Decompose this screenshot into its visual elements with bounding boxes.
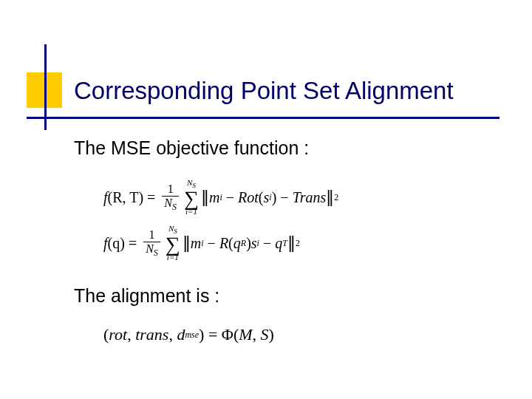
eq2-qT-sub: T [282,238,287,249]
paren-close-icon: ) [246,235,251,252]
norm-close-icon: ‖ [326,188,334,207]
title-underline [27,117,499,119]
eq2-eq-sign: = [125,235,140,252]
eq1-fraction: 1 NS [162,183,179,211]
eq1-trans: Trans [293,189,327,206]
norm-close-icon: ‖ [287,233,296,253]
paren-close-icon: ) [199,325,204,344]
slide: Corresponding Point Set Alignment The MS… [0,0,532,399]
eq2-frac-den: NS [143,242,160,257]
comma-icon: , [168,325,177,344]
eq3-S: S [261,325,269,344]
eq1-args: (R, T) [108,189,144,206]
norm-open-icon: ‖ [201,188,209,207]
eq2-qR-q: q [233,235,241,252]
body-text-1: The MSE objective function : [74,137,309,159]
paren-open-icon: ( [103,325,109,344]
eq1-exp: 2 [334,192,338,203]
eq3-eq-sign: = [204,325,221,344]
eq2-s: s [251,235,257,252]
eq2-qT-q: q [275,235,282,252]
minus-icon: − [222,189,238,206]
phi-icon: Φ [222,325,233,344]
paren-close-icon: ) [269,325,274,344]
minus-icon: − [259,235,275,252]
eq2-sum: NS ∑ i=1 [166,225,180,262]
eq2-qR-sub: R [241,238,246,249]
eq2-fraction: 1 NS [143,229,160,257]
eq2-args: (q) [108,235,125,252]
eq1-den-sub: S [172,202,177,212]
slide-title: Corresponding Point Set Alignment [74,77,454,105]
eq2-exp: 2 [296,238,300,249]
comma-icon: , [127,325,135,344]
body-text-2: The alignment is : [74,285,219,307]
eq3-M: M [239,325,252,344]
eq1-den-N: N [164,197,172,209]
eq3-d: d [177,325,185,344]
accent-vertical-line [44,44,47,130]
minus-icon: − [204,235,219,252]
eq2-frac-num: 1 [148,229,157,242]
eq1-sum: NS ∑ i=1 [184,179,199,216]
eq2-R: R [219,235,228,252]
equation-1: f(R, T) = 1 NS NS ∑ i=1 ‖ mi − Rot(si) −… [103,179,338,216]
eq1-rot-s: s [264,189,270,206]
sigma-icon: ∑ [166,235,180,253]
norm-open-icon: ‖ [183,233,191,253]
eq1-frac-num: 1 [166,183,175,196]
eq3-rot: rot [109,325,127,344]
paren-close-icon: ) [272,189,277,206]
sigma-icon: ∑ [184,189,199,208]
paren-open-icon: ( [228,235,233,252]
eq1-rot: Rot [238,189,259,206]
eq1-eq-sign: = [143,189,159,206]
eq1-frac-den: NS [162,196,179,211]
eq1-sum-lower: i=1 [185,208,197,216]
eq2-den-sub: S [154,248,158,258]
minus-icon: − [276,189,292,206]
paren-open-icon: ( [259,189,264,206]
eq2-sum-lower: i=1 [167,253,179,262]
equation-3: (rot, trans, dmse) = Φ(M, S) [103,325,274,344]
eq1-m: m [209,189,219,206]
comma-icon: , [253,325,261,344]
eq2-den-N: N [146,242,154,255]
eq3-d-sub: mse [185,330,199,341]
eq3-trans: trans [135,325,168,344]
equation-2: f(q) = 1 NS NS ∑ i=1 ‖ mi − R(qR)si − qT [103,225,300,262]
eq2-m: m [191,235,201,252]
